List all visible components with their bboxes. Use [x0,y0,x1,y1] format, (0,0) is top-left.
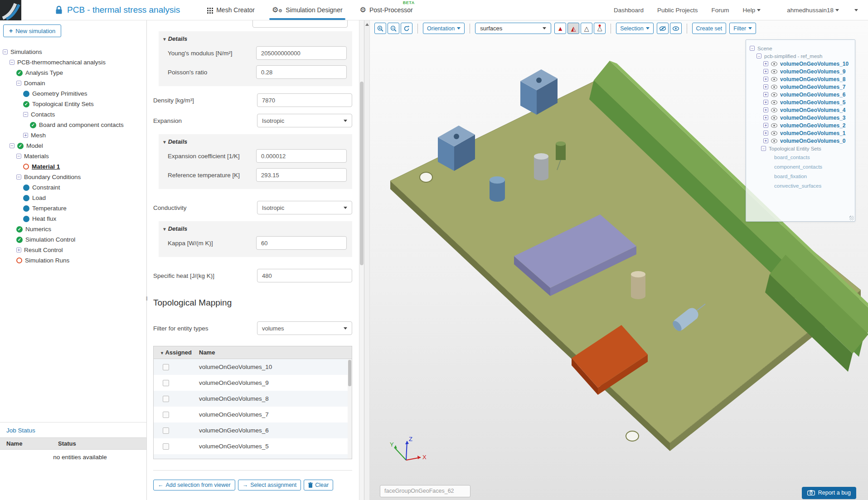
clear-button[interactable]: Clear [304,480,333,490]
eye-icon[interactable] [771,62,777,66]
app-logo[interactable] [0,0,21,20]
field-input[interactable] [256,236,347,250]
select-assignment-button[interactable]: → Select assignment [238,480,301,490]
expander-icon[interactable] [16,81,21,86]
eye-icon[interactable] [771,92,777,97]
clipped-top-input[interactable] [252,20,348,28]
field-input[interactable] [256,149,347,163]
table-scrollbar[interactable] [348,359,352,459]
table-row[interactable]: volumeOnGeoVolumes_6 [154,422,352,438]
eye-icon[interactable] [771,116,777,120]
scene-tree-volume[interactable]: + volumeOnGeoVolumes_3 [746,114,855,121]
expander-icon[interactable] [16,175,21,180]
render-mode-wireframe-button[interactable]: △ [581,23,592,34]
table-row[interactable]: volumeOnGeoVolumes_8 [154,391,352,407]
panel-divider[interactable] [364,20,370,500]
assign-checkbox[interactable] [163,396,169,402]
expander-icon[interactable]: + [763,131,768,136]
tree-item[interactable]: Constraint [0,182,146,193]
tree-item[interactable]: Analysis Type [0,68,146,78]
scene-tree-volume[interactable]: + volumeOnGeoVolumes_4 [746,106,855,114]
tab-simulation-designer[interactable]: ⚙⚙ Simulation Designer [272,0,343,20]
scene-tree-mesh-node[interactable]: − pcb-simplified - ref_mesh [746,52,855,60]
expander-icon[interactable] [3,49,8,54]
details-header[interactable]: Details [162,225,347,232]
render-mode-points-button[interactable]: △ [594,23,606,34]
render-mode-surfaces-button[interactable]: ▲ [554,23,566,34]
tree-item[interactable]: Temperature [0,203,146,214]
density-input[interactable] [257,93,352,107]
expander-icon[interactable] [16,154,21,159]
expander-icon[interactable]: − [761,146,766,151]
nav-help-menu[interactable]: Help [742,7,761,14]
user-menu[interactable]: ahmedhussain18 [787,7,839,14]
field-input[interactable] [256,46,347,60]
expander-icon[interactable]: + [763,100,768,105]
scene-tree-volume[interactable]: + volumeOnGeoVolumes_7 [746,83,855,91]
table-row[interactable]: volumeOnGeoVolumes_5 [154,438,352,454]
tree-item[interactable]: Result Control [0,245,146,255]
panel-resize-handle[interactable]: ∥ [146,296,149,301]
expander-icon[interactable]: + [763,77,768,82]
details-header[interactable]: Details [162,35,347,42]
expander-icon[interactable]: + [763,61,768,66]
assign-checkbox[interactable] [163,380,169,386]
extra-menu[interactable] [853,7,858,14]
tree-item[interactable]: Domain [0,78,146,88]
assign-checkbox[interactable] [163,459,169,460]
expander-icon[interactable]: + [763,138,768,143]
eye-icon[interactable] [771,139,777,143]
tree-item[interactable]: Heat flux [0,214,146,224]
scene-tree-entity-sets-node[interactable]: − Topological Entity Sets [746,145,855,152]
zoom-out-button[interactable] [388,23,399,34]
tree-item[interactable]: Simulation Control [0,234,146,245]
expander-icon[interactable]: + [763,107,768,112]
scene-tree-entity-set[interactable]: board_fixation [746,171,855,181]
scene-tree-root[interactable]: − Scene [746,44,855,52]
scene-tree-entity-set[interactable]: board_contacts [746,152,855,162]
expander-icon[interactable] [23,133,28,138]
specific-heat-input[interactable] [257,269,352,282]
scene-tree-volume[interactable]: + volumeOnGeoVolumes_2 [746,121,855,129]
filter-button[interactable]: Filter [729,23,756,34]
expander-icon[interactable]: + [763,69,768,74]
tree-item[interactable]: Model [0,141,146,151]
tree-item[interactable]: Simulations [0,47,146,57]
tab-mesh-creator[interactable]: Mesh Creator [207,0,255,20]
tab-post-processor[interactable]: ⚙ Post-Processor BETA [360,0,413,20]
tree-item[interactable]: Numerics [0,224,146,234]
expander-icon[interactable] [10,143,15,148]
tree-item[interactable]: Mesh [0,130,146,141]
expander-icon[interactable]: − [756,53,761,58]
face-group-label[interactable]: faceGroupOnGeoFaces_62 [380,485,470,497]
scene-tree-volume[interactable]: + volumeOnGeoVolumes_0 [746,137,855,145]
create-set-button[interactable]: Create set [692,23,727,34]
eye-icon[interactable] [771,108,777,112]
expander-icon[interactable] [23,112,28,117]
display-mode-select[interactable]: surfaces [475,23,551,34]
eye-icon[interactable] [771,85,777,89]
tree-item[interactable]: Load [0,193,146,203]
scene-tree-entity-set[interactable]: convective_surfaces [746,181,855,190]
col-assigned[interactable]: Assigned [154,349,199,356]
table-row[interactable]: volumeOnGeoVolumes_9 [154,375,352,391]
nav-dashboard[interactable]: Dashboard [614,7,644,14]
details-header[interactable]: Details [162,138,347,145]
expander-icon[interactable]: + [763,115,768,120]
scene-tree-volume[interactable]: + volumeOnGeoVolumes_1 [746,129,855,137]
expander-icon[interactable]: + [763,84,768,89]
render-mode-surfaces-edges-button[interactable]: ◭ [567,23,579,34]
table-row[interactable]: volumeOnGeoVolumes_10 [154,359,352,375]
expansion-select[interactable]: Isotropic [257,114,352,127]
report-bug-button[interactable]: Report a bug [802,487,856,499]
settings-scrollbar[interactable] [359,20,364,500]
conductivity-select[interactable]: Isotropic [257,201,352,214]
expander-icon[interactable] [16,248,21,252]
tree-item[interactable]: Simulation Runs [0,255,146,266]
scene-tree-volume[interactable]: + volumeOnGeoVolumes_8 [746,75,855,83]
nav-forum[interactable]: Forum [711,7,729,14]
tree-item[interactable]: Topological Entity Sets [0,99,146,109]
entity-type-filter-select[interactable]: volumes [257,321,352,335]
orientation-button[interactable]: Orientation [423,23,465,34]
assign-checkbox[interactable] [163,427,169,434]
